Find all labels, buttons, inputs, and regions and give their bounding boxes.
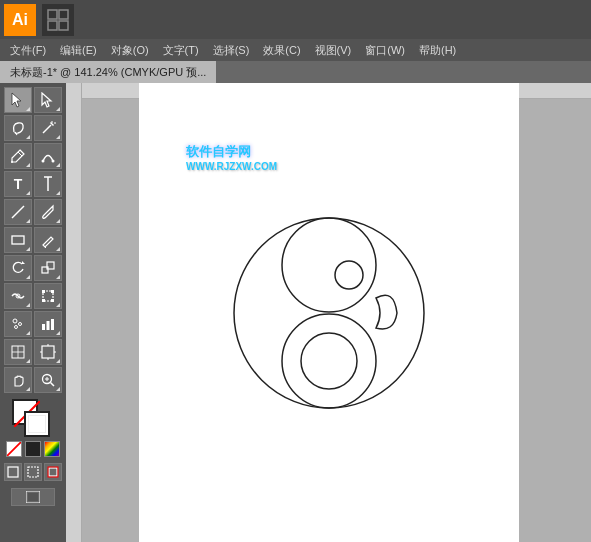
svg-point-55 xyxy=(234,218,424,408)
svg-point-31 xyxy=(15,326,18,329)
menu-view[interactable]: 视图(V) xyxy=(309,41,358,60)
app-icon-box xyxy=(42,4,74,36)
svg-point-57 xyxy=(282,314,376,408)
svg-rect-34 xyxy=(51,319,54,330)
vertical-type-tool[interactable] xyxy=(34,171,62,197)
pen-tool[interactable] xyxy=(4,143,32,169)
screen-mode[interactable] xyxy=(11,488,55,506)
svg-marker-4 xyxy=(12,93,21,107)
menu-help[interactable]: 帮助(H) xyxy=(413,41,462,60)
svg-line-17 xyxy=(12,206,24,218)
canvas-page xyxy=(139,83,519,542)
svg-rect-25 xyxy=(42,290,45,293)
lasso-tool[interactable] xyxy=(4,115,32,141)
ai-logo: Ai xyxy=(4,4,36,36)
none-swatch[interactable] xyxy=(6,441,22,457)
svg-rect-50 xyxy=(28,467,38,477)
slice-tool[interactable] xyxy=(4,339,32,365)
paintbrush-tool[interactable] xyxy=(34,199,62,225)
active-tab[interactable]: 未标题-1* @ 141.24% (CMYK/GPU 预... xyxy=(0,61,216,83)
svg-line-11 xyxy=(18,152,22,156)
magic-wand-tool[interactable] xyxy=(34,115,62,141)
svg-point-14 xyxy=(52,160,55,163)
warp-tool[interactable] xyxy=(4,283,32,309)
svg-rect-2 xyxy=(48,21,57,30)
type-tool[interactable]: T xyxy=(4,171,32,197)
artwork-svg xyxy=(219,203,439,423)
svg-rect-0 xyxy=(48,10,57,19)
svg-point-56 xyxy=(282,218,376,312)
zoom-tool[interactable] xyxy=(34,367,62,393)
rotate-tool[interactable] xyxy=(4,255,32,281)
svg-line-44 xyxy=(51,383,55,387)
artboard-tool[interactable] xyxy=(34,339,62,365)
rectangle-tool[interactable] xyxy=(4,227,32,253)
menu-effect[interactable]: 效果(C) xyxy=(257,41,306,60)
svg-point-58 xyxy=(335,261,363,289)
main-area: T xyxy=(0,83,591,542)
svg-rect-38 xyxy=(42,346,54,358)
menu-window[interactable]: 窗口(W) xyxy=(359,41,411,60)
draw-behind-mode[interactable] xyxy=(24,463,42,481)
svg-marker-20 xyxy=(22,261,25,264)
draw-inside-mode[interactable] xyxy=(44,463,62,481)
menu-text[interactable]: 文字(T) xyxy=(157,41,205,60)
menu-file[interactable]: 文件(F) xyxy=(4,41,52,60)
svg-point-30 xyxy=(19,323,22,326)
svg-marker-5 xyxy=(42,93,51,107)
curvature-tool[interactable] xyxy=(34,143,62,169)
svg-point-13 xyxy=(42,160,45,163)
svg-point-29 xyxy=(13,319,17,323)
menu-select[interactable]: 选择(S) xyxy=(207,41,256,60)
tab-bar: 未标题-1* @ 141.24% (CMYK/GPU 预... xyxy=(0,61,591,83)
svg-rect-28 xyxy=(51,299,54,302)
svg-rect-49 xyxy=(8,467,18,477)
hand-tool[interactable] xyxy=(4,367,32,393)
scale-tool[interactable] xyxy=(34,255,62,281)
select-tool[interactable] xyxy=(4,87,32,113)
menu-bar: 文件(F) 编辑(E) 对象(O) 文字(T) 选择(S) 效果(C) 视图(V… xyxy=(0,39,591,61)
line-segment-tool[interactable] xyxy=(4,199,32,225)
menu-object[interactable]: 对象(O) xyxy=(105,41,155,60)
svg-rect-1 xyxy=(59,10,68,19)
ruler-left xyxy=(66,83,82,542)
toolbar: T xyxy=(0,83,66,542)
free-transform-tool[interactable] xyxy=(34,283,62,309)
draw-normal-mode[interactable] xyxy=(4,463,22,481)
svg-point-12 xyxy=(11,161,13,163)
color-section xyxy=(3,399,63,457)
svg-rect-26 xyxy=(51,290,54,293)
svg-line-7 xyxy=(43,125,51,133)
direct-select-tool[interactable] xyxy=(34,87,62,113)
svg-rect-54 xyxy=(28,493,38,501)
symbol-sprayer-tool[interactable] xyxy=(4,311,32,337)
menu-edit[interactable]: 编辑(E) xyxy=(54,41,103,60)
svg-rect-18 xyxy=(12,236,24,244)
svg-rect-27 xyxy=(42,299,45,302)
black-swatch[interactable] xyxy=(25,441,41,457)
svg-rect-51 xyxy=(49,468,57,476)
svg-rect-33 xyxy=(47,321,50,330)
canvas-area: 软件自学网 WWW.RJZXW.COM xyxy=(66,83,591,542)
column-graph-tool[interactable] xyxy=(34,311,62,337)
eraser-tool[interactable] xyxy=(34,227,62,253)
toolbar-bottom xyxy=(4,463,62,506)
svg-line-6 xyxy=(15,132,17,135)
svg-point-59 xyxy=(301,333,357,389)
color-swatch[interactable] xyxy=(44,441,60,457)
stroke-color[interactable] xyxy=(24,411,50,437)
svg-rect-32 xyxy=(42,324,45,330)
svg-line-48 xyxy=(7,442,21,456)
title-bar: Ai xyxy=(0,0,591,39)
svg-rect-3 xyxy=(59,21,68,30)
